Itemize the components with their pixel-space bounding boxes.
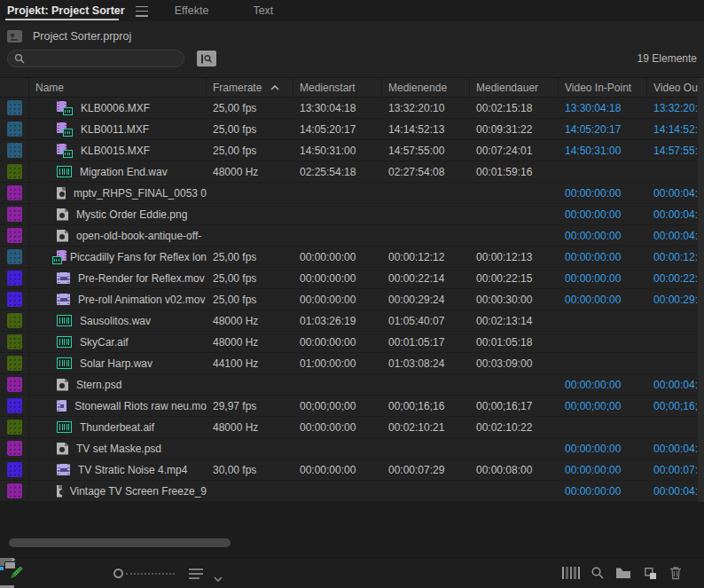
table-row[interactable]: Stonewall Riots raw neu.mo29,97 fps00;00… [0,396,704,417]
header-mediendauer[interactable]: Mediendauer [470,78,559,97]
table-row[interactable]: Solar Harp.wav44100 Hz01:00:00:0001:03:0… [0,353,704,374]
table-row[interactable]: mptv_RHPS_FINAL_0053 000:00:00:0000:00:0… [0,183,704,204]
zoom-slider-track[interactable] [126,573,175,575]
automate-to-sequence-button[interactable] [562,567,580,579]
label-chip[interactable] [7,122,22,137]
video-out-cell [647,161,704,182]
tab-projekt[interactable]: Projekt: Project Sorter [0,0,134,21]
label-chip[interactable] [7,143,22,158]
video-in-cell [559,332,647,352]
table-row[interactable]: TV set Maske.psd00:00:00:0000:00:04:24 [0,438,704,459]
header-framerate[interactable]: Framerate [207,78,293,97]
label-chip[interactable] [7,483,22,498]
label-chip[interactable] [7,441,22,456]
label-chip[interactable] [7,249,22,264]
framerate-cell: 25,00 fps [207,268,293,288]
video-out-cell: 00:00:22:14 [647,268,704,288]
mediendauer-cell: 00:01:59:16 [470,161,559,182]
name-cell: Stonewall Riots raw neu.mo [29,396,207,416]
video-in-cell: 14:05:20:17 [559,119,647,139]
medienende-cell: 01:03:08:24 [382,353,470,373]
new-item-button[interactable] [641,565,659,581]
project-file-name[interactable]: Project Sorter.prproj [33,30,131,43]
horizontal-scrollbar[interactable] [9,538,231,547]
table-row[interactable]: KLB0006.MXF25,00 fps13:30:04:1813:32:20:… [0,98,704,119]
project-panel: Projekt: Project Sorter Effekte Text Pro… [0,0,704,588]
label-chip[interactable] [7,334,22,349]
header-medienstart[interactable]: Medienstart [293,78,382,97]
table-row[interactable]: Migration End.wav48000 Hz02:25:54:1802:2… [0,161,704,183]
label-cell [0,204,29,224]
mediendauer-cell [470,225,559,246]
navigate-up-icon[interactable] [7,30,22,43]
label-chip[interactable] [7,419,22,435]
new-bin-button[interactable] [614,565,632,581]
table-row[interactable]: TV Stratic Noise 4.mp430,00 fps00:00:00:… [0,459,704,481]
label-chip[interactable] [7,313,22,328]
table-row[interactable]: Pre-Render for Reflex.mov25,00 fps00:00:… [0,268,704,289]
search-input[interactable] [30,52,172,65]
trash-icon [669,566,682,580]
header-medienende[interactable]: Medienende [382,78,470,97]
label-chip[interactable] [7,292,22,307]
video-out-cell: 00:00:04:24 [647,204,704,224]
label-chip[interactable] [7,207,22,222]
label-cell [0,289,29,310]
name-cell: SkyCar.aif [29,332,207,352]
video-in-cell: 00:00:00:00 [559,438,647,459]
label-chip[interactable] [7,270,22,286]
medienende-cell: 00:00:07:29 [382,459,470,480]
label-chip[interactable] [7,398,22,413]
label-cell [0,438,29,459]
tab-effekte[interactable]: Effekte [162,4,222,17]
label-chip[interactable] [7,164,22,179]
clip-list: KLB0006.MXF25,00 fps13:30:04:1813:32:20:… [0,98,704,502]
film-clip-icon [57,294,70,305]
medienende-cell: 00:00:22:14 [382,268,470,288]
framerate-cell [207,374,293,395]
search-input-box[interactable] [7,50,184,67]
header-video-out-point[interactable]: Video Out-Point [647,78,704,97]
sort-icons-button[interactable] [189,568,205,579]
label-chip[interactable] [7,228,22,243]
table-row[interactable]: Thunderbeat.aif48000 Hz00:00:00:0000:02:… [0,417,704,438]
table-row[interactable]: Mystic Order Eddie.png00:00:00:0000:00:0… [0,204,704,225]
label-chip[interactable] [7,185,22,200]
table-row[interactable]: open-old-book-antique-off-00:00:00:0000:… [0,225,704,247]
table-row[interactable]: Stern.psd00:00:00:0000:00:04:24 [0,374,704,396]
framerate-cell: 48000 Hz [207,161,293,182]
new-search-bin-button[interactable] [197,51,216,67]
chevron-down-icon[interactable] [214,569,223,585]
header-label-column[interactable] [0,78,29,97]
table-row[interactable]: Vintage TV Screen Freeze_900:00:00:0000:… [0,481,704,502]
table-row[interactable]: KLB0015.MXF25,00 fps14:50:31:0014:57:55:… [0,140,704,161]
label-cell [0,140,29,161]
table-row[interactable]: Sausolitos.wav48000 Hz01:03:26:1901:05:4… [0,310,704,332]
table-row[interactable]: SkyCar.aif48000 Hz00:00:00:0000:01:05:17… [0,332,704,353]
header-video-in-point[interactable]: Video In-Point [559,78,647,97]
delete-button[interactable] [667,565,684,581]
table-row[interactable]: KLB0011.MXF25,00 fps14:05:20:1714:14:52:… [0,119,704,140]
label-cell [0,374,29,395]
video-out-cell: 00:00:04:24 [647,438,704,459]
video-in-cell: 00:00:00:00 [559,204,647,224]
clip-name: Stonewall Riots raw neu.mo [74,400,207,412]
panel-menu-icon[interactable] [136,6,148,17]
label-chip[interactable] [7,377,22,392]
find-button[interactable] [589,565,606,581]
label-cell [0,459,29,480]
mediendauer-cell [470,204,559,224]
table-row[interactable]: Piccadilly Fans for Reflex lon25,00 fps0… [0,247,704,268]
label-chip[interactable] [7,462,22,477]
header-name[interactable]: Name [29,78,207,97]
label-chip[interactable] [7,100,22,115]
label-chip[interactable] [7,356,22,371]
mediendauer-cell: 00:00:12:13 [470,247,559,267]
vertical-scrollbar[interactable] [698,78,704,502]
tab-text[interactable]: Text [240,4,286,17]
name-cell: KLB0011.MXF [29,119,207,139]
video-in-cell: 00:00:00:00 [559,268,647,288]
zoom-slider-knob[interactable] [113,568,123,578]
video-out-cell [647,353,704,373]
table-row[interactable]: Pre-roll Animation v02.mov25,00 fps00:00… [0,289,704,310]
